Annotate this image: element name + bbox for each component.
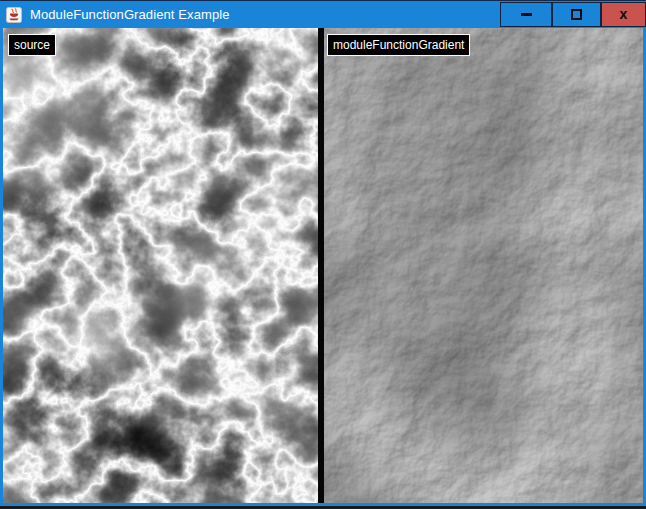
- source-noise-image: [3, 28, 318, 503]
- gradient-noise-image: [324, 28, 643, 503]
- window-title: ModuleFunctionGradient Example: [30, 7, 230, 22]
- source-panel: source: [3, 28, 318, 503]
- maximize-icon: [571, 9, 582, 20]
- source-label: source: [8, 34, 56, 56]
- window-controls: x: [500, 2, 646, 27]
- java-coffee-cup-icon: [6, 7, 22, 23]
- minimize-button[interactable]: [500, 2, 552, 27]
- maximize-button[interactable]: [552, 2, 601, 27]
- close-button[interactable]: x: [601, 2, 646, 27]
- content-area: source: [0, 28, 646, 503]
- minimize-icon: [521, 13, 532, 16]
- gradient-label: moduleFunctionGradient: [327, 34, 470, 56]
- titlebar[interactable]: ModuleFunctionGradient Example x: [0, 0, 646, 28]
- close-icon: x: [620, 7, 628, 21]
- gradient-panel: moduleFunctionGradient: [324, 28, 643, 503]
- app-window: ModuleFunctionGradient Example x: [0, 0, 646, 509]
